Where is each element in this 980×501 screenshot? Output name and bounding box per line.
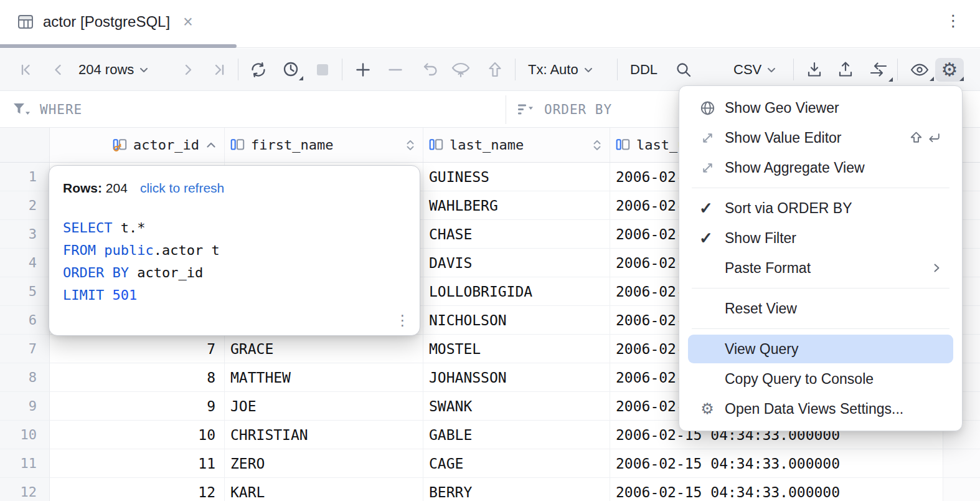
- menu-item-open-data-views-settings[interactable]: ⚙ Open Data Views Settings...: [679, 394, 962, 424]
- row-number[interactable]: 8: [0, 363, 50, 392]
- cell-last-name[interactable]: CAGE: [423, 449, 610, 478]
- revert-changes-button[interactable]: [416, 49, 443, 90]
- tab-close-icon[interactable]: ×: [183, 14, 193, 31]
- cell-actor-id[interactable]: 11: [50, 449, 225, 478]
- cell-last-name[interactable]: SWANK: [423, 392, 610, 421]
- query-info-popup: Rows: 204 click to refresh SELECT t.* FR…: [49, 165, 420, 336]
- cell-first-name[interactable]: JOE: [225, 392, 423, 421]
- cell-last-name[interactable]: DAVIS: [423, 249, 610, 277]
- expand-icon: [697, 123, 718, 153]
- previous-page-button[interactable]: [47, 49, 70, 90]
- row-number[interactable]: 7: [0, 335, 50, 363]
- menu-item-show-geo-viewer[interactable]: Show Geo Viewer: [679, 93, 962, 123]
- row-number[interactable]: 9: [0, 392, 50, 421]
- submit-changes-button[interactable]: [481, 49, 509, 90]
- export-format-dropdown[interactable]: CSV: [733, 49, 778, 90]
- next-page-button[interactable]: [177, 49, 199, 90]
- order-by-input[interactable]: ORDER BY: [517, 92, 612, 127]
- menu-item-copy-query-to-console[interactable]: Copy Query to Console: [679, 364, 962, 394]
- row-number[interactable]: 11: [0, 449, 50, 478]
- first-page-button[interactable]: [15, 49, 37, 90]
- reload-data-button[interactable]: [245, 49, 271, 90]
- cell-first-name[interactable]: GRACE: [225, 335, 423, 363]
- sort-toggle-icon[interactable]: [591, 138, 603, 153]
- cell-first-name[interactable]: MATTHEW: [225, 363, 423, 392]
- column-header-first-name[interactable]: first_name: [225, 128, 423, 162]
- tab-actor-postgresql[interactable]: actor [PostgreSQL] ×: [16, 12, 193, 31]
- cell-last-update[interactable]: 2006-02-15 04:34:33.000000: [610, 478, 943, 501]
- column-name: first_name: [251, 137, 333, 153]
- query-sql-text: SELECT t.* FROM public.actor t ORDER BY …: [63, 217, 406, 307]
- row-number[interactable]: 2: [0, 191, 50, 220]
- click-to-refresh-link[interactable]: click to refresh: [140, 181, 224, 196]
- cell-last-name[interactable]: WAHLBERG: [423, 191, 610, 220]
- cell-actor-id[interactable]: 9: [50, 392, 225, 421]
- cell-actor-id[interactable]: 8: [50, 363, 225, 392]
- cell-actor-id[interactable]: 10: [50, 421, 225, 449]
- rows-count-dropdown[interactable]: 204 rows: [78, 49, 150, 90]
- menu-item-show-aggregate-view[interactable]: Show Aggregate View: [679, 153, 962, 183]
- delete-row-button[interactable]: [382, 49, 408, 90]
- menu-item-show-filter[interactable]: ✓ Show Filter: [679, 223, 962, 253]
- cell-first-name[interactable]: CHRISTIAN: [225, 421, 423, 449]
- export-data-button[interactable]: [833, 49, 858, 90]
- preview-changes-button[interactable]: [446, 49, 476, 90]
- row-number[interactable]: 6: [0, 306, 50, 335]
- add-row-button[interactable]: [350, 49, 376, 90]
- tab-bar-more-icon[interactable]: ⋮: [945, 12, 961, 29]
- cell-last-name[interactable]: LOLLOBRIGIDA: [423, 277, 610, 306]
- schedule-refresh-button[interactable]: [278, 49, 304, 90]
- cell-last-name[interactable]: GABLE: [423, 421, 610, 449]
- compare-data-button[interactable]: [864, 49, 893, 90]
- row-number[interactable]: 10: [0, 421, 50, 449]
- row-number[interactable]: 3: [0, 220, 50, 249]
- eye-icon: [908, 60, 931, 80]
- cell-actor-id[interactable]: 12: [50, 478, 225, 501]
- menu-item-paste-format[interactable]: Paste Format: [679, 253, 962, 283]
- expand-icon: [697, 153, 718, 183]
- column-icon: [230, 137, 246, 153]
- cell-last-name[interactable]: CHASE: [423, 220, 610, 249]
- column-name: actor_id: [133, 137, 199, 153]
- cell-actor-id[interactable]: 7: [50, 335, 225, 363]
- toolbar-divider: [342, 59, 342, 80]
- column-header-actor-id[interactable]: actor_id: [50, 128, 225, 162]
- search-button[interactable]: [671, 49, 696, 90]
- column-icon: [615, 137, 631, 153]
- view-options-button[interactable]: [905, 49, 934, 90]
- row-number[interactable]: 12: [0, 478, 50, 501]
- cell-last-name[interactable]: JOHANSSON: [423, 363, 610, 392]
- menu-item-view-query[interactable]: View Query: [679, 334, 962, 364]
- tab-bar: actor [PostgreSQL] × ⋮: [0, 0, 980, 48]
- stop-button[interactable]: [310, 49, 335, 90]
- cell-last-name[interactable]: GUINESS: [423, 163, 610, 191]
- menu-item-sort-via-order-by[interactable]: ✓ Sort via ORDER BY: [679, 193, 962, 223]
- return-icon: [925, 130, 942, 146]
- active-tab-underline: [0, 44, 237, 48]
- cell-last-name[interactable]: BERRY: [423, 478, 610, 501]
- row-number[interactable]: 4: [0, 249, 50, 277]
- cell-last-update[interactable]: 2006-02-15 04:34:33.000000: [610, 449, 943, 478]
- menu-item-reset-view[interactable]: Reset View: [679, 293, 962, 323]
- column-name: last_name: [450, 137, 524, 153]
- transaction-mode-dropdown[interactable]: Tx: Auto: [528, 49, 595, 90]
- last-page-button[interactable]: [208, 49, 230, 90]
- column-header-last-name[interactable]: last_name: [423, 128, 610, 162]
- chevron-down-icon: [582, 64, 595, 76]
- cell-filler: [943, 449, 980, 478]
- import-data-button[interactable]: [802, 49, 827, 90]
- ddl-button[interactable]: DDL: [630, 49, 657, 90]
- settings-button[interactable]: ⚙: [936, 49, 963, 90]
- menu-item-show-value-editor[interactable]: Show Value Editor: [679, 123, 962, 153]
- transaction-mode-label: Tx: Auto: [528, 62, 578, 78]
- sort-toggle-icon[interactable]: [404, 138, 417, 153]
- cell-last-name[interactable]: MOSTEL: [423, 335, 610, 363]
- where-filter-input[interactable]: WHERE: [12, 92, 82, 127]
- row-number[interactable]: 5: [0, 277, 50, 306]
- cell-first-name[interactable]: ZERO: [225, 449, 423, 478]
- table-icon: [16, 12, 35, 31]
- cell-first-name[interactable]: KARL: [225, 478, 423, 501]
- cell-last-name[interactable]: NICHOLSON: [423, 306, 610, 335]
- row-number[interactable]: 1: [0, 163, 50, 191]
- popup-more-icon[interactable]: ⋮: [395, 313, 410, 328]
